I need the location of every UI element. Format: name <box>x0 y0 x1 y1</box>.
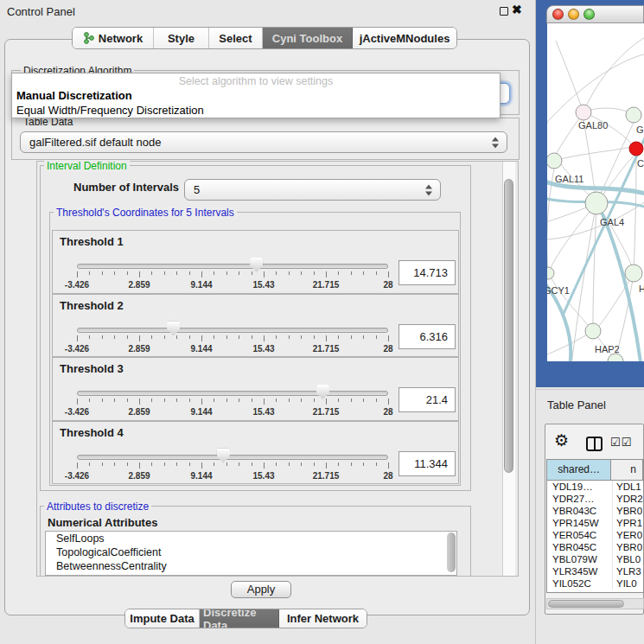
apply-button[interactable]: Apply <box>231 581 291 598</box>
tab-style[interactable]: Style <box>154 28 209 48</box>
network-edge[interactable] <box>556 41 583 112</box>
threshold-value-field[interactable]: 6.316 <box>399 324 456 349</box>
tab-jactivemnodules[interactable]: jActiveMNodules <box>353 28 456 48</box>
network-node-gal80[interactable] <box>576 105 591 120</box>
network-node-label: GAL80 <box>578 120 608 131</box>
threshold-value-field[interactable]: 11.344 <box>399 451 456 476</box>
table-cell-name[interactable]: YPR1 <box>613 517 642 529</box>
network-node[interactable] <box>608 354 623 361</box>
network-node-gal4[interactable] <box>585 192 608 214</box>
table-row[interactable]: YER054CYER0 <box>547 529 643 541</box>
algorithm-option-equal-width-frequency-discretization[interactable]: Equal Width/Frequency Discretization <box>12 103 500 118</box>
split-columns-icon[interactable] <box>586 437 603 451</box>
table-cell-name[interactable]: YIL0 <box>613 577 637 590</box>
table-cell-shared-name[interactable]: YIL052C <box>547 577 613 590</box>
table-row[interactable]: YIL052CYIL0 <box>547 577 643 590</box>
table-row[interactable]: YDL19…YDL1 <box>547 481 643 493</box>
table-cell-name[interactable]: YDL1 <box>613 481 641 493</box>
table-cell-shared-name[interactable]: YBL079W <box>547 553 613 565</box>
slider-thumb[interactable] <box>316 385 329 399</box>
slider-track[interactable] <box>77 264 388 269</box>
threshold-slider[interactable]: -3.4262.8599.14415.4321.71528 <box>77 322 388 358</box>
table-cell-name[interactable]: YDR2 <box>613 493 643 505</box>
slider-thumb[interactable] <box>217 449 230 463</box>
table-column-header-shared[interactable]: shared… <box>547 460 611 481</box>
table-cell-name[interactable]: YLR3 <box>613 565 641 577</box>
network-edge[interactable] <box>554 147 631 161</box>
threshold-slider[interactable]: -3.4262.8599.14415.4321.71528 <box>77 449 388 485</box>
tab-discretize-data[interactable]: Discretize Data <box>200 609 279 628</box>
close-icon[interactable]: ✖ <box>512 3 522 16</box>
network-node-gal11[interactable] <box>547 153 562 169</box>
threshold-value-field[interactable]: 14.713 <box>399 260 456 285</box>
table-row[interactable]: YDR27…YDR2 <box>547 493 643 505</box>
tab-cyni-toolbox[interactable]: Cyni Toolbox <box>263 28 353 48</box>
mac-close-button[interactable] <box>552 9 564 20</box>
table-row[interactable]: YBR043CYBR0 <box>547 505 643 517</box>
table-cell-shared-name[interactable]: YDL19… <box>547 481 613 493</box>
network-node-label: GAL4 <box>600 217 624 227</box>
threshold-slider[interactable]: -3.4262.8599.14415.4321.71528 <box>77 385 388 421</box>
attribute-item-topologicalcoefficient[interactable]: TopologicalCoefficient <box>46 545 456 559</box>
network-edge[interactable] <box>583 120 596 203</box>
network-canvas[interactable]: GAL80GCGAL11GAL4GCY1HHAP2 <box>547 23 644 361</box>
table-row[interactable]: YLR345WYLR3 <box>547 565 643 577</box>
column-select-checkbox-icons[interactable]: ☑☑ <box>610 436 632 449</box>
control-panel-tab-bar: NetworkStyleSelectCyni ToolboxjActiveMNo… <box>72 27 457 49</box>
slider-thumb[interactable] <box>167 322 180 336</box>
table-cell-name[interactable]: YBL0 <box>613 553 641 565</box>
slider-track[interactable] <box>77 391 388 396</box>
table-hscrollbar-thumb[interactable] <box>548 600 624 608</box>
algorithm-option-manual-discretization[interactable]: Manual Discretization <box>12 88 500 103</box>
slider-track[interactable] <box>77 328 388 333</box>
network-node-hap2[interactable] <box>585 323 601 339</box>
slider-tick <box>189 399 190 402</box>
mac-minimize-button[interactable] <box>568 9 579 20</box>
threshold-slider[interactable]: -3.4262.8599.14415.4321.71528 <box>77 258 388 294</box>
settings-scrollbar-thumb[interactable] <box>504 179 513 473</box>
network-window-titlebar[interactable] <box>546 5 644 23</box>
table-column-header-n[interactable]: n <box>611 460 643 481</box>
network-edge[interactable] <box>599 207 641 361</box>
network-edge[interactable] <box>634 156 636 273</box>
attributes-list-scrollbar-thumb[interactable] <box>447 532 456 572</box>
network-node-c[interactable] <box>629 142 643 156</box>
slider-tick-label: 9.144 <box>190 280 212 290</box>
table-cell-shared-name[interactable]: YBR045C <box>547 541 613 553</box>
table-cell-shared-name[interactable]: YER054C <box>547 529 613 541</box>
mac-zoom-button[interactable] <box>583 9 595 20</box>
slider-thumb[interactable] <box>250 258 263 272</box>
table-cell-shared-name[interactable]: YPR145W <box>547 517 613 529</box>
network-node-g[interactable] <box>626 107 641 123</box>
slider-tick-label: 15.43 <box>252 471 274 481</box>
attribute-item-betweennesscentrality[interactable]: BetweennessCentrality <box>46 559 456 573</box>
settings-gear-icon[interactable]: ⚙ <box>554 432 569 450</box>
network-node-gcy1[interactable] <box>547 267 554 279</box>
tab-infer-network[interactable]: Infer Network <box>279 609 367 628</box>
attribute-item-selfloops[interactable]: SelfLoops <box>46 532 456 545</box>
network-node-label: G <box>636 124 644 135</box>
slider-track[interactable] <box>77 455 388 460</box>
network-edge[interactable] <box>593 203 596 323</box>
tab-select[interactable]: Select <box>209 28 263 48</box>
network-edge[interactable] <box>583 36 644 112</box>
table-row[interactable]: YPR145WYPR1 <box>547 517 643 529</box>
slider-tick <box>301 271 302 275</box>
table-cell-shared-name[interactable]: YLR345W <box>547 565 613 577</box>
table-row[interactable]: YBR045CYBR0 <box>547 541 643 553</box>
slider-tick-label: 2.859 <box>128 344 150 354</box>
table-cell-name[interactable]: YER0 <box>613 529 642 541</box>
table-cell-shared-name[interactable]: YBR043C <box>547 505 613 517</box>
table-cell-name[interactable]: YBR0 <box>613 541 642 553</box>
numerical-attributes-list[interactable]: SelfLoopsTopologicalCoefficientBetweenne… <box>45 531 457 576</box>
tab-network[interactable]: Network <box>73 28 154 48</box>
table-row[interactable]: YBL079WYBL0 <box>547 553 643 565</box>
float-window-icon[interactable] <box>500 7 508 16</box>
table-data-combobox[interactable]: galFiltered.sif default node <box>20 131 507 153</box>
network-node-h[interactable] <box>625 265 642 282</box>
tab-impute-data[interactable]: Impute Data <box>125 609 200 628</box>
threshold-value-field[interactable]: 21.4 <box>399 387 456 412</box>
table-cell-name[interactable]: YBR0 <box>613 505 642 517</box>
table-cell-shared-name[interactable]: YDR27… <box>547 493 613 505</box>
number-of-intervals-combobox[interactable]: 5 <box>184 179 441 201</box>
